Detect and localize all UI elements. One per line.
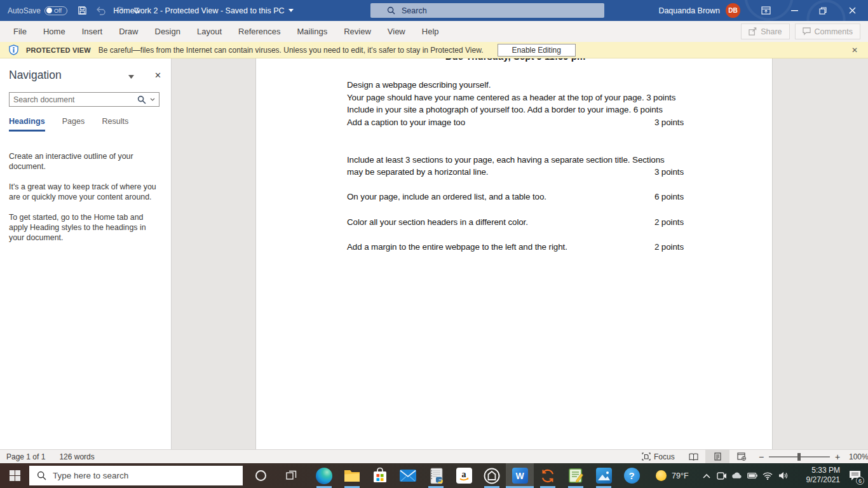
window-title: Homework 2 - Protected View - Saved to t… (108, 0, 299, 21)
ribbon-display-options-button[interactable] (753, 0, 778, 21)
tab-mailings[interactable]: Mailings (289, 21, 336, 42)
show-hidden-icons-chevron[interactable] (702, 471, 712, 481)
restore-button[interactable] (808, 0, 837, 21)
taskbar-weather[interactable]: 79°F (653, 463, 689, 488)
tab-home[interactable]: Home (35, 21, 74, 42)
zoom-slider-thumb[interactable] (797, 453, 801, 461)
tab-references[interactable]: References (230, 21, 288, 42)
autosave-toggle[interactable]: AutoSave Off (8, 0, 67, 21)
battery-icon[interactable] (747, 471, 757, 481)
search-box[interactable]: Search (370, 3, 604, 18)
save-button[interactable] (78, 6, 87, 15)
undo-button[interactable] (96, 6, 106, 15)
svg-text:a: a (462, 470, 466, 479)
cortana-button[interactable] (247, 463, 275, 488)
tab-review[interactable]: Review (336, 21, 379, 42)
taskbar-app-photos[interactable] (590, 463, 618, 488)
tab-design[interactable]: Design (147, 21, 189, 42)
enable-editing-button[interactable]: Enable Editing (498, 44, 576, 57)
taskbar-app-mail[interactable] (394, 463, 422, 488)
word-count[interactable]: 126 words (59, 452, 94, 461)
notification-count-badge: 6 (856, 477, 864, 485)
taskbar-app-python-file[interactable] (422, 463, 450, 488)
taskbar-app-microsoft-store[interactable] (366, 463, 394, 488)
taskbar-clock[interactable]: 5:33 PM 9/27/2021 (793, 466, 840, 485)
document-line: On your page, include an ordered list, a… (347, 191, 684, 203)
document-search-box[interactable] (9, 92, 159, 107)
taskbar-app-amazon[interactable]: a (450, 463, 478, 488)
share-label: Share (761, 27, 782, 36)
document-page[interactable]: Due Thursday, Sept 9 11:59 pm Design a w… (255, 58, 773, 449)
navigation-pane-title: Navigation (9, 69, 128, 82)
onedrive-icon[interactable] (732, 471, 742, 481)
search-options-chevron-icon[interactable] (150, 98, 155, 101)
taskbar-app-get-help[interactable]: ? (618, 463, 646, 488)
comments-button[interactable]: Comments (795, 24, 860, 39)
ribbon-tabs: File Home Insert Draw Design Layout Refe… (5, 21, 447, 42)
navigation-options-dropdown-icon[interactable] (128, 70, 134, 81)
temperature-label: 79°F (672, 471, 689, 480)
close-button[interactable] (837, 0, 868, 21)
user-name[interactable]: Daquanda Brown (658, 0, 720, 21)
tab-headings[interactable]: Headings (9, 117, 45, 132)
amazon-icon: a (456, 468, 472, 484)
focus-button[interactable]: Focus (642, 450, 675, 463)
zoom-slider[interactable] (769, 456, 830, 458)
taskbar-app-file-explorer[interactable] (338, 463, 366, 488)
autosave-state: Off (54, 8, 62, 14)
tab-pages[interactable]: Pages (62, 117, 85, 132)
volume-icon[interactable] (778, 471, 788, 481)
document-search-input[interactable] (10, 95, 137, 104)
meet-now-icon[interactable] (717, 471, 727, 481)
tab-file[interactable]: File (5, 21, 35, 42)
main-area: Navigation ✕ Headings Pages Results Crea… (0, 58, 868, 449)
minimize-button[interactable] (780, 0, 808, 21)
web-layout-button[interactable] (729, 450, 754, 463)
taskbar-app-notepad[interactable] (562, 463, 590, 488)
search-document-icon[interactable] (137, 95, 146, 104)
document-line (347, 128, 684, 141)
autosave-switch[interactable]: Off (44, 6, 67, 15)
task-view-button[interactable] (277, 463, 305, 488)
action-center-button[interactable]: 6 (841, 463, 868, 488)
tab-layout[interactable]: Layout (189, 21, 230, 42)
tab-insert[interactable]: Insert (74, 21, 111, 42)
protected-view-banner: PROTECTED VIEW Be careful—files from the… (0, 42, 868, 58)
tab-view[interactable]: View (379, 21, 414, 42)
comments-label: Comments (815, 27, 853, 36)
edge-icon (316, 468, 332, 484)
focus-icon (642, 452, 651, 461)
status-bar: Page 1 of 1 126 words Focus − + 100% (0, 449, 868, 463)
navigation-pane: Navigation ✕ Headings Pages Results Crea… (0, 58, 172, 449)
nav-paragraph: Create an interactive outline of your do… (9, 151, 163, 172)
nav-paragraph: To get started, go to the Home tab and a… (9, 212, 163, 243)
share-button[interactable]: Share (741, 24, 789, 39)
tab-results[interactable]: Results (102, 117, 128, 132)
zoom-out-button[interactable]: − (756, 452, 766, 462)
wifi-icon[interactable] (763, 471, 773, 481)
tab-draw[interactable]: Draw (111, 21, 146, 42)
taskbar-app-sync[interactable] (534, 463, 562, 488)
taskbar-app-word[interactable]: W (506, 463, 534, 488)
title-dropdown-icon[interactable] (288, 9, 294, 12)
taskbar-app-home[interactable] (478, 463, 506, 488)
page-indicator[interactable]: Page 1 of 1 (6, 452, 45, 461)
navigation-close-icon[interactable]: ✕ (152, 69, 164, 81)
document-line: Include in your site a photograph of you… (347, 104, 684, 116)
zoom-level[interactable]: 100% (849, 452, 868, 461)
read-mode-button[interactable] (681, 450, 705, 463)
get-help-icon: ? (624, 468, 640, 484)
notepad-icon (568, 468, 583, 484)
print-layout-button[interactable] (705, 450, 729, 463)
taskbar-app-edge[interactable] (310, 463, 338, 488)
avatar[interactable]: DB (726, 3, 740, 18)
zoom-in-button[interactable]: + (832, 452, 843, 462)
banner-close-icon[interactable]: ✕ (846, 42, 863, 58)
tab-help[interactable]: Help (414, 21, 447, 42)
mail-icon (400, 470, 416, 482)
taskbar-search-box[interactable] (29, 466, 243, 485)
sync-icon (540, 468, 555, 484)
taskbar-search-input[interactable] (53, 471, 243, 480)
start-button[interactable] (0, 463, 29, 488)
document-title-text: Homework 2 - Protected View - Saved to t… (113, 6, 284, 15)
